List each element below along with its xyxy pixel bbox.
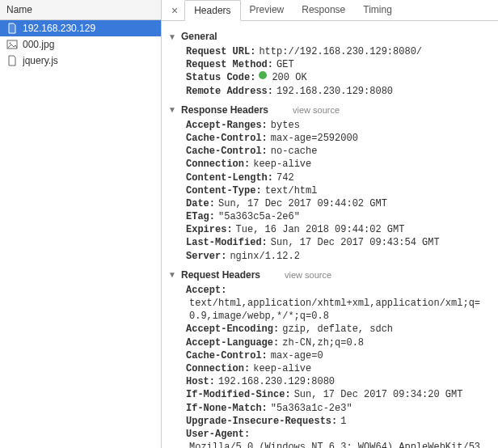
header-key: Server: — [186, 250, 226, 263]
chevron-down-icon: ▼ — [168, 270, 176, 279]
header-value: "5a363a1c-2e3" — [271, 402, 352, 415]
header-value: bytes — [271, 119, 300, 132]
chevron-down-icon: ▼ — [168, 105, 176, 114]
header-value: Mozilla/5.0 (Windows NT 6.3; WOW64) Appl… — [189, 441, 492, 448]
header-value: no-cache — [271, 145, 318, 158]
section-title: Request Headers — [181, 269, 260, 281]
header-key: Cache-Control: — [186, 349, 268, 362]
view-source-link[interactable]: view source — [293, 105, 340, 115]
close-icon[interactable]: × — [165, 1, 184, 20]
header-value: 742 — [276, 171, 294, 184]
tab-preview[interactable]: Preview — [241, 0, 293, 20]
header-key: Request Method: — [186, 58, 273, 71]
tabs-row: × HeadersPreviewResponseTiming — [162, 0, 498, 21]
section-request-header[interactable]: ▼ Request Headers view source — [168, 269, 492, 281]
section-response-header[interactable]: ▼ Response Headers view source — [168, 104, 492, 116]
header-key: Expires: — [186, 223, 233, 236]
header-value: Sun, 17 Dec 2017 09:44:02 GMT — [218, 197, 387, 210]
list-item[interactable]: 000.jpg — [0, 36, 161, 53]
header-row: Accept-Language:zh-CN,zh;q=0.8 — [186, 336, 492, 349]
status-dot-icon — [259, 71, 267, 79]
header-value: 192.168.230.129:8080 — [218, 375, 335, 388]
chevron-down-icon: ▼ — [168, 32, 176, 41]
header-row: Content-Type:text/html — [186, 184, 492, 197]
header-row: Connection:keep-alive — [186, 158, 492, 171]
header-row: Expires:Tue, 16 Jan 2018 09:44:02 GMT — [186, 223, 492, 236]
header-value: text/html,application/xhtml+xml,applicat… — [189, 297, 492, 323]
header-key: Date: — [186, 197, 215, 210]
sidebar-header: Name — [0, 0, 161, 20]
svg-point-1 — [10, 43, 11, 44]
header-row: ETag:"5a363c5a-2e6" — [186, 210, 492, 223]
header-key: Accept: — [186, 284, 226, 297]
header-key: Content-Length: — [186, 171, 273, 184]
header-row: Cache-Control:no-cache — [186, 145, 492, 158]
header-value: 1 — [340, 415, 346, 428]
header-row: Date:Sun, 17 Dec 2017 09:44:02 GMT — [186, 197, 492, 210]
header-row: Remote Address:192.168.230.129:8080 — [186, 85, 492, 98]
header-row: Connection:keep-alive — [186, 362, 492, 375]
header-value: 192.168.230.129:8080 — [276, 85, 393, 98]
tab-response[interactable]: Response — [293, 0, 354, 20]
header-key: Status Code: — [186, 71, 255, 84]
header-key: Connection: — [186, 362, 250, 375]
header-value: max-age=0 — [271, 349, 323, 362]
file-name: 000.jpg — [23, 39, 54, 50]
header-row: Last-Modified:Sun, 17 Dec 2017 09:43:54 … — [186, 236, 492, 249]
header-row: Status Code:200 OK — [186, 71, 492, 84]
image-icon — [6, 39, 18, 50]
header-value: keep-alive — [253, 158, 311, 171]
list-item[interactable]: 192.168.230.129 — [0, 20, 161, 36]
header-row: If-Modified-Since:Sun, 17 Dec 2017 09:34… — [186, 388, 492, 401]
header-key: Content-Type: — [186, 184, 262, 197]
sidebar: Name 192.168.230.129000.jpgjquery.js — [0, 0, 162, 448]
header-row: Server:nginx/1.12.2 — [186, 250, 492, 263]
header-value: keep-alive — [253, 362, 311, 375]
header-value: max-age=2592000 — [271, 132, 358, 145]
tab-timing[interactable]: Timing — [354, 0, 401, 20]
view-source-link[interactable]: view source — [285, 270, 331, 280]
header-row: Content-Length:742 — [186, 171, 492, 184]
header-key: Accept-Encoding: — [186, 323, 279, 336]
header-value: http://192.168.230.129:8080/ — [259, 45, 422, 58]
header-value: 200 OK — [272, 71, 306, 84]
tab-headers[interactable]: Headers — [184, 0, 240, 21]
list-item[interactable]: jquery.js — [0, 53, 161, 69]
header-value: Tue, 16 Jan 2018 09:44:02 GMT — [236, 223, 405, 236]
general-rows: Request URL:http://192.168.230.129:8080/… — [168, 45, 492, 98]
header-key: Last-Modified: — [186, 236, 268, 249]
header-key: Request URL: — [186, 45, 255, 58]
header-value: zh-CN,zh;q=0.8 — [282, 336, 364, 349]
header-key: Host: — [186, 375, 215, 388]
header-key: Cache-Control: — [186, 132, 268, 145]
file-name: 192.168.230.129 — [23, 23, 95, 34]
file-list: 192.168.230.129000.jpgjquery.js — [0, 20, 161, 448]
section-title: General — [181, 31, 217, 42]
header-key: Connection: — [186, 158, 250, 171]
header-row: Request URL:http://192.168.230.129:8080/ — [186, 45, 492, 58]
header-key: Remote Address: — [186, 85, 273, 98]
header-row: Cache-Control:max-age=0 — [186, 349, 492, 362]
header-value: gzip, deflate, sdch — [282, 323, 393, 336]
header-row: Accept-Ranges:bytes — [186, 119, 492, 132]
header-row: Request Method:GET — [186, 58, 492, 71]
section-general-header[interactable]: ▼ General — [168, 31, 492, 42]
document-icon — [6, 55, 18, 66]
header-row: User-Agent:Mozilla/5.0 (Windows NT 6.3; … — [186, 428, 492, 448]
header-row: Host:192.168.230.129:8080 — [186, 375, 492, 388]
file-name: jquery.js — [23, 55, 58, 66]
header-key: Accept-Ranges: — [186, 119, 268, 132]
headers-content: ▼ General Request URL:http://192.168.230… — [162, 21, 498, 448]
request-rows: Accept:text/html,application/xhtml+xml,a… — [168, 284, 492, 448]
header-value: GET — [276, 58, 294, 71]
header-row: Accept:text/html,application/xhtml+xml,a… — [186, 284, 492, 323]
details-panel: × HeadersPreviewResponseTiming ▼ General… — [162, 0, 498, 448]
header-row: If-None-Match:"5a363a1c-2e3" — [186, 402, 492, 415]
response-rows: Accept-Ranges:bytesCache-Control:max-age… — [168, 119, 492, 263]
header-row: Cache-Control:max-age=2592000 — [186, 132, 492, 145]
section-title: Response Headers — [181, 104, 268, 116]
header-key: Accept-Language: — [186, 336, 279, 349]
header-key: Upgrade-Insecure-Requests: — [186, 415, 337, 428]
header-key: Cache-Control: — [186, 145, 268, 158]
header-value: Sun, 17 Dec 2017 09:34:20 GMT — [294, 388, 463, 401]
